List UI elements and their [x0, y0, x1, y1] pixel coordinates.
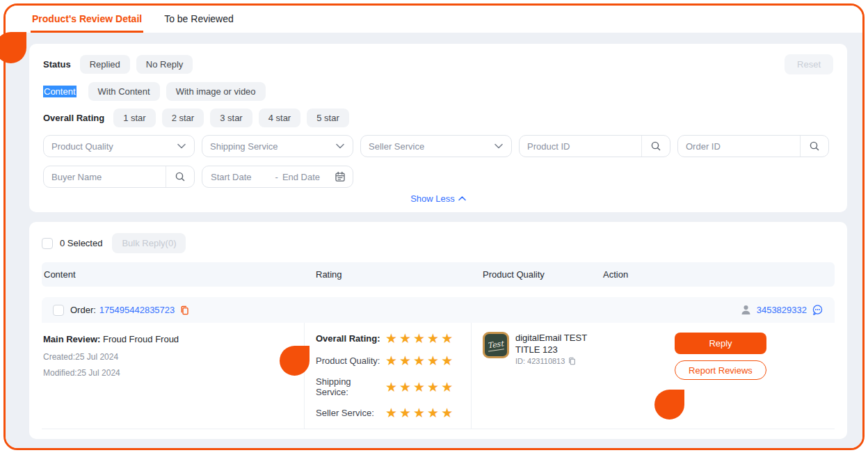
row-checkbox[interactable]	[53, 305, 64, 316]
status-chip-no-reply[interactable]: No Reply	[136, 55, 193, 74]
date-separator: -	[252, 172, 281, 182]
rating-chip-5-star[interactable]: 5 star	[307, 109, 349, 127]
bulk-reply-button[interactable]: Bulk Reply(0)	[112, 233, 186, 253]
header-content: Content	[42, 262, 305, 287]
buyer-id-link[interactable]: 3453829332	[757, 305, 807, 315]
content-chip-with-content[interactable]: With Content	[88, 82, 160, 101]
selected-count: 0 Selected	[60, 238, 102, 248]
copy-icon[interactable]	[568, 357, 576, 365]
product-title[interactable]: digitalEmail TEST TITLE 123	[515, 332, 595, 356]
bulk-select-row: 0 Selected Bulk Reply(0)	[42, 233, 835, 253]
app-frame: Product's Review Detail To be Reviewed S…	[3, 3, 865, 450]
reply-button[interactable]: Reply	[675, 333, 766, 354]
main-review-text: Froud Froud Froud	[103, 334, 179, 344]
order-id-placeholder: Order ID	[678, 141, 800, 152]
order-id-search[interactable]: Order ID	[677, 135, 829, 157]
rating-row-seller-service: Seller Service: ★★★★★	[316, 406, 464, 420]
review-row: Order: 175495442835723 3453829332	[42, 297, 835, 429]
shipping-service-select[interactable]: Shipping Service	[202, 135, 353, 157]
buyer-name-search[interactable]: Buyer Name	[43, 166, 195, 188]
rating-chip-1-star[interactable]: 1 star	[113, 109, 156, 127]
chevron-down-icon	[173, 143, 194, 149]
overall-rating-filter-row: Overall Rating 1 star 2 star 3 star 4 st…	[43, 109, 833, 127]
buyer-name-placeholder: Buyer Name	[44, 172, 166, 182]
show-less-label: Show Less	[410, 193, 455, 204]
rating-label: Overall Rating:	[316, 333, 385, 344]
star-rating: ★★★★★	[385, 406, 455, 420]
product-cell: Test digitalEmail TEST TITLE 123 ID: 423…	[472, 323, 602, 429]
seller-service-select[interactable]: Seller Service	[360, 135, 512, 157]
overall-rating-label: Overall Rating	[43, 113, 104, 123]
review-row-body: Main Review: Froud Froud Froud Created:2…	[42, 323, 835, 429]
show-less-toggle[interactable]: Show Less	[43, 193, 833, 204]
content-chip-with-image-or-video[interactable]: With image or video	[166, 82, 266, 101]
product-quality-select[interactable]: Product Quality	[43, 135, 195, 157]
created-date: Created:25 Jul 2024	[43, 351, 297, 362]
search-icon[interactable]	[800, 136, 828, 157]
page-body: Status Replied No Reply Reset Content Wi…	[6, 33, 862, 448]
rating-cell: Overall Rating: ★★★★★ Product Quality: ★…	[305, 323, 472, 429]
copy-icon[interactable]	[179, 305, 189, 315]
shipping-service-select-value: Shipping Service	[202, 141, 332, 152]
product-id-search[interactable]: Product ID	[519, 135, 670, 157]
reset-button[interactable]: Reset	[785, 54, 833, 74]
rating-row-overall: Overall Rating: ★★★★★	[316, 332, 464, 345]
product-id: ID: 423110813	[515, 357, 565, 365]
thumbnail-text: Test	[488, 339, 505, 351]
content-cell: Main Review: Froud Froud Froud Created:2…	[42, 323, 305, 429]
filter-inputs-row-2: Buyer Name Start Date - End Date	[43, 166, 833, 188]
rating-chip-2-star[interactable]: 2 star	[162, 109, 204, 127]
modified-date: Modified:25 Jul 2024	[43, 367, 297, 378]
star-rating: ★★★★★	[385, 381, 455, 394]
filter-inputs-row-1: Product Quality Shipping Service Seller …	[43, 135, 833, 157]
chevron-down-icon	[490, 143, 511, 149]
filter-panel: Status Replied No Reply Reset Content Wi…	[29, 44, 847, 212]
header-rating: Rating	[305, 262, 472, 287]
rating-row-shipping-service: Shipping Service: ★★★★★	[316, 376, 464, 397]
content-label-selected: Content	[43, 86, 77, 97]
status-filter-row: Status Replied No Reply Reset	[43, 54, 833, 74]
rating-label: Seller Service:	[316, 408, 385, 418]
tab-to-be-reviewed[interactable]: To be Reviewed	[163, 13, 235, 33]
reviews-panel: 0 Selected Bulk Reply(0) Content Rating …	[29, 222, 847, 439]
report-reviews-button[interactable]: Report Reviews	[675, 360, 766, 380]
star-rating: ★★★★★	[385, 354, 455, 367]
calendar-icon[interactable]	[335, 171, 353, 182]
rating-label: Shipping Service:	[316, 376, 385, 397]
chat-icon[interactable]	[812, 304, 823, 316]
chevron-down-icon	[332, 143, 353, 149]
main-review-label: Main Review:	[43, 334, 100, 344]
content-filter-row: Content With Content With image or video	[43, 82, 833, 101]
search-icon[interactable]	[641, 136, 670, 157]
action-cell: Reply Report Reviews	[602, 323, 835, 429]
status-label: Status	[43, 59, 71, 70]
rating-chip-4-star[interactable]: 4 star	[259, 109, 301, 127]
product-id-placeholder: Product ID	[520, 141, 641, 152]
tab-products-review-detail[interactable]: Product's Review Detail	[31, 13, 143, 33]
buyer-avatar-icon	[740, 304, 752, 316]
header-action: Action	[602, 262, 835, 287]
end-date-placeholder: End Date	[281, 172, 320, 182]
status-chip-replied[interactable]: Replied	[80, 55, 130, 74]
table-header: Content Rating Product Quality Action	[42, 262, 835, 287]
product-thumbnail[interactable]: Test	[483, 332, 509, 358]
order-header: Order: 175495442835723 3453829332	[42, 297, 835, 323]
select-all-checkbox[interactable]	[42, 238, 53, 249]
seller-service-select-value: Seller Service	[361, 141, 490, 152]
header-product-quality: Product Quality	[472, 262, 602, 287]
rating-label: Product Quality:	[316, 356, 385, 366]
start-date-placeholder: Start Date	[202, 172, 252, 182]
star-rating: ★★★★★	[385, 332, 455, 345]
rating-chip-3-star[interactable]: 3 star	[210, 109, 252, 127]
product-quality-select-value: Product Quality	[44, 141, 173, 152]
order-label: Order:	[70, 305, 96, 315]
chevron-up-icon	[458, 196, 466, 201]
tab-bar: Product's Review Detail To be Reviewed	[6, 6, 862, 33]
date-range-picker[interactable]: Start Date - End Date	[202, 166, 353, 188]
search-icon[interactable]	[166, 166, 194, 187]
order-id-link[interactable]: 175495442835723	[99, 305, 175, 315]
rating-row-product-quality: Product Quality: ★★★★★	[316, 354, 464, 367]
